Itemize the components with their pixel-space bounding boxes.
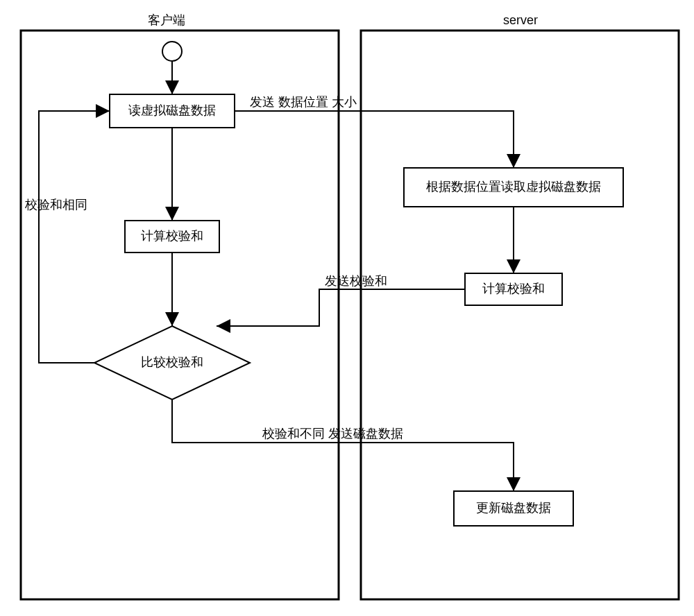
edge-checksum-diff (172, 400, 514, 491)
edge-checksum-diff-label: 校验和不同 发送磁盘数据 (262, 427, 403, 440)
node-read-by-pos-label: 根据数据位置读取虚拟磁盘数据 (426, 180, 601, 194)
node-compare-checksum-label: 比较校验和 (141, 355, 203, 369)
start-node (162, 42, 182, 61)
node-read-vdisk-label: 读虚拟磁盘数据 (128, 103, 216, 117)
edge-send-pos-size-label: 发送 数据位置 大小 (250, 95, 357, 109)
edge-checksum-same-label: 校验和相同 (24, 198, 87, 212)
node-calc-checksum-client-label: 计算校验和 (141, 229, 203, 243)
node-calc-checksum-server-label: 计算校验和 (482, 282, 545, 296)
edge-send-checksum (217, 289, 465, 326)
edge-send-checksum-label: 发送校验和 (325, 274, 387, 288)
flowchart-diagram: 客户端 server 读虚拟磁盘数据 计算校验和 比较校验和 发送 数据位置 大… (0, 0, 694, 616)
node-update-disk-label: 更新磁盘数据 (476, 501, 551, 515)
edge-send-pos-size (235, 111, 514, 168)
lane-server-title: server (503, 13, 538, 27)
lane-client-title: 客户端 (148, 13, 185, 27)
edge-checksum-same (39, 111, 110, 363)
